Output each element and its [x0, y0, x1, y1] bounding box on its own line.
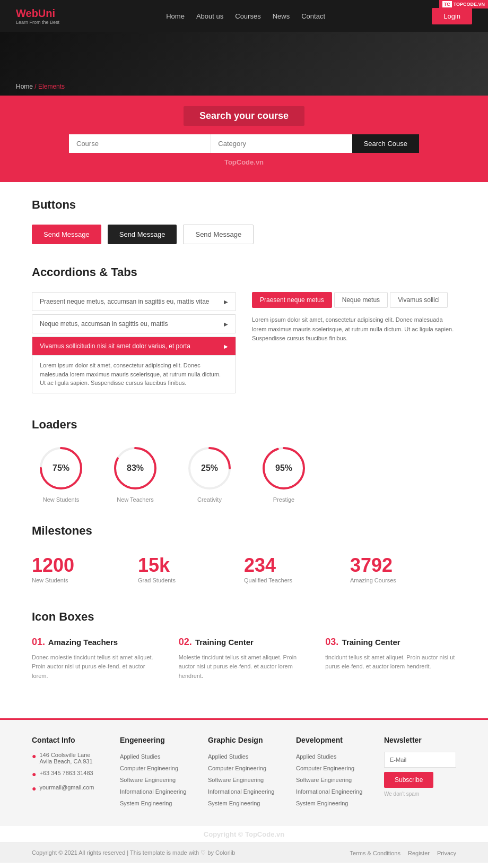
icon-box-text-1: Donec molestie tincidunt tellus sit amet…: [32, 653, 163, 681]
footer-engineering-title: Engeneering: [120, 736, 192, 744]
category-input[interactable]: [211, 134, 352, 153]
graphic-link-2[interactable]: Computer Engineering: [208, 765, 266, 771]
contact-address-text: 146 Coolsville Lane Avila Beach, CA 931: [39, 752, 104, 764]
loader-pct-4: 95%: [275, 463, 292, 473]
search-bar: Search Couse: [69, 134, 419, 153]
newsletter-email[interactable]: [384, 752, 456, 768]
accordion-header-2[interactable]: Neque metus, accumsan in sagittis eu, ma…: [32, 315, 236, 333]
dev-link-1[interactable]: Applied Studies: [296, 753, 336, 760]
icon-box-title-2: 02. Training Center: [179, 637, 310, 648]
nav-contact[interactable]: Contact: [301, 12, 325, 20]
hero-overlay: [0, 32, 488, 96]
icon-box-1: 01. Amazing Teachers Donec molestie tinc…: [32, 637, 163, 681]
search-button[interactable]: Search Couse: [352, 134, 419, 153]
brand-name: WebUni: [16, 7, 55, 19]
accordion-label-1: Praesent neque metus, accumsan in sagitt…: [40, 298, 210, 305]
dev-link-5[interactable]: System Engineering: [296, 800, 348, 806]
footer-graphic: Graphic Design Applied Studies Computer …: [208, 736, 280, 810]
accordion-header-3[interactable]: Vivamus sollicitudin nisi sit amet dolor…: [32, 337, 236, 355]
loader-item-3: 25% Creativity: [180, 444, 239, 503]
contact-dot-1: ●: [32, 752, 36, 761]
contact-dot-3: ●: [32, 784, 36, 793]
footer-top: Contact Info ● 146 Coolsville Lane Avila…: [0, 718, 488, 826]
accordion-arrow-2: ▶: [224, 321, 228, 327]
loader-pct-2: 83%: [127, 463, 144, 473]
eng-link-5[interactable]: System Engineering: [120, 800, 172, 806]
buttons-row: Send Message Send Message Send Message: [32, 225, 456, 244]
tab-btn-1[interactable]: Praesent neque metus: [252, 292, 332, 308]
newsletter-subscribe-button[interactable]: Subscribe: [384, 772, 433, 788]
footer-link-register[interactable]: Register: [408, 850, 430, 856]
eng-link-4[interactable]: Informational Engineering: [120, 788, 186, 795]
icon-box-name-3: Training Center: [342, 638, 400, 647]
nav-courses[interactable]: Courses: [235, 12, 260, 20]
nav-about[interactable]: About us: [196, 12, 223, 20]
btn-outline[interactable]: Send Message: [183, 225, 254, 244]
navbar: WebUni Learn From the Best Home About us…: [0, 0, 488, 32]
milestones-row: 1200 New Students 15k Grad Students 234 …: [32, 551, 456, 589]
eng-link-2[interactable]: Computer Engineering: [120, 765, 178, 771]
nav-news[interactable]: News: [273, 12, 290, 20]
loader-item-4: 95% Prestige: [255, 444, 313, 503]
loaders-row: 75% New Students 83% New Teachers: [32, 444, 456, 503]
loader-pct-3: 25%: [201, 463, 218, 473]
icon-box-num-1: 01.: [32, 637, 45, 647]
dev-link-3[interactable]: Software Engineering: [296, 777, 352, 783]
milestones-section: Milestones 1200 New Students 15k Grad St…: [32, 524, 456, 589]
milestone-4: 3792 Amazing Courses: [350, 551, 456, 589]
footer-engineering-links: Applied Studies Computer Engineering Sof…: [120, 752, 192, 807]
graphic-link-5[interactable]: System Engineering: [208, 800, 260, 806]
graphic-link-4[interactable]: Informational Engineering: [208, 788, 274, 795]
tab-btn-3[interactable]: Vivamus sollici: [390, 292, 447, 308]
loader-circle-2: 83%: [111, 444, 159, 492]
icon-boxes-section: Icon Boxes 01. Amazing Teachers Donec mo…: [32, 610, 456, 681]
btn-dark[interactable]: Send Message: [108, 225, 177, 244]
footer-link-privacy[interactable]: Privacy: [437, 850, 456, 856]
footer-bottom: Copyright © 2021 All rights reserved | T…: [0, 843, 488, 863]
milestone-2: 15k Grad Students: [138, 551, 244, 589]
accordions-tabs-title: Accordions & Tabs: [32, 265, 456, 279]
footer-contact-title: Contact Info: [32, 736, 104, 744]
contact-email: ● yourmail@gmail.com: [32, 784, 104, 793]
dev-link-4[interactable]: Informational Engineering: [296, 788, 362, 795]
icon-box-text-3: tincidunt tellus sit amet aliquet. Proin…: [325, 653, 456, 672]
contact-address: ● 146 Coolsville Lane Avila Beach, CA 93…: [32, 752, 104, 764]
icon-box-text-2: Molestie tincidunt tellus sit amet aliqu…: [179, 653, 310, 681]
contact-email-text: yourmail@gmail.com: [39, 784, 94, 790]
search-title: Search your course: [184, 106, 304, 126]
footer-bottom-links: Terms & Conditions Register Privacy: [350, 850, 456, 856]
breadcrumb-separator: /: [34, 83, 36, 90]
graphic-link-1[interactable]: Applied Studies: [208, 753, 248, 760]
graphic-link-3[interactable]: Software Engineering: [208, 777, 264, 783]
loader-label-4: Prestige: [255, 496, 313, 503]
nav-home[interactable]: Home: [166, 12, 185, 20]
accordion-arrow-1: ▶: [224, 299, 228, 305]
loader-circle-4: 95%: [260, 444, 308, 492]
dev-link-2[interactable]: Computer Engineering: [296, 765, 354, 771]
btn-primary[interactable]: Send Message: [32, 225, 101, 244]
loader-circle-3: 25%: [186, 444, 233, 492]
course-input[interactable]: [69, 134, 211, 153]
breadcrumb-home[interactable]: Home: [16, 83, 33, 90]
accordion-col: Praesent neque metus, accumsan in sagitt…: [32, 292, 236, 397]
loaders-title: Loaders: [32, 418, 456, 432]
accordion-label-2: Neque metus, accumsan in sagittis eu, ma…: [40, 320, 168, 328]
search-section: Search your course Search Couse TopCode.…: [0, 96, 488, 182]
milestone-3: 234 Qualified Teachers: [244, 551, 350, 589]
eng-link-3[interactable]: Software Engineering: [120, 777, 176, 783]
contact-phone: ● +63 345 7863 31483: [32, 770, 104, 779]
icon-box-3: 03. Training Center tincidunt tellus sit…: [325, 637, 456, 681]
breadcrumb-current: Elements: [38, 83, 65, 90]
buttons-section: Buttons Send Message Send Message Send M…: [32, 198, 456, 244]
footer-engineering: Engeneering Applied Studies Computer Eng…: [120, 736, 192, 810]
loaders-section: Loaders 75% New Students: [32, 418, 456, 503]
login-button[interactable]: Login: [432, 8, 472, 24]
eng-link-1[interactable]: Applied Studies: [120, 753, 160, 760]
footer-newsletter-title: Newsletter: [384, 736, 456, 744]
footer-link-terms[interactable]: Terms & Conditions: [350, 850, 400, 856]
accordion-header-1[interactable]: Praesent neque metus, accumsan in sagitt…: [32, 293, 236, 311]
footer-copyright: Copyright © 2021 All rights reserved | T…: [32, 849, 235, 856]
tab-btn-2[interactable]: Neque metus: [334, 292, 388, 308]
loader-circle-1: 75%: [37, 444, 85, 492]
accordion-item-1: Praesent neque metus, accumsan in sagitt…: [32, 292, 236, 311]
